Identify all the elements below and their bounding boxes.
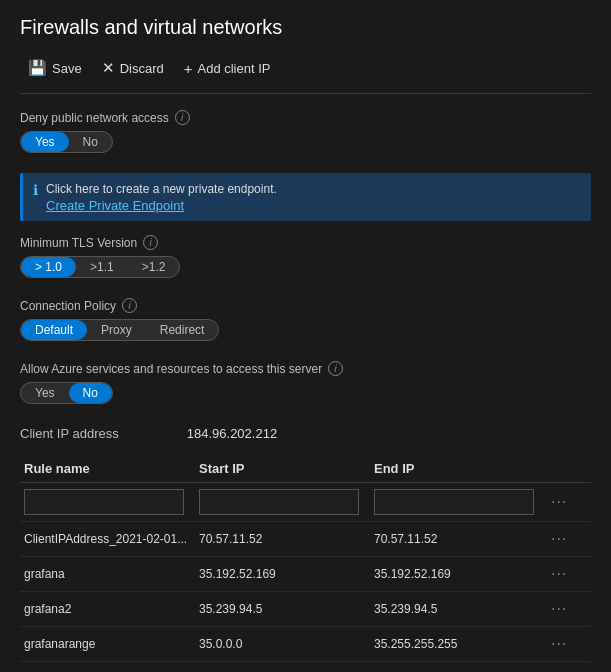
page-container: Firewalls and virtual networks 💾 Save ✕ … xyxy=(0,0,611,672)
toolbar: 💾 Save ✕ Discard + Add client IP xyxy=(20,55,591,94)
connection-policy-redirect-button[interactable]: Redirect xyxy=(146,320,219,340)
table-row: grafana2 35.239.94.5 35.239.94.5 ··· xyxy=(20,592,591,627)
add-client-ip-label: Add client IP xyxy=(197,61,270,76)
col-start-ip: Start IP xyxy=(195,461,370,476)
tls-toggle-group: > 1.0 >1.1 >1.2 xyxy=(20,256,180,278)
row-2-dots-button[interactable]: ··· xyxy=(545,598,573,620)
info-banner: ℹ Click here to create a new private end… xyxy=(20,173,591,221)
col-end-ip: End IP xyxy=(370,461,545,476)
new-row-dots-button[interactable]: ··· xyxy=(545,491,573,513)
end-ip-cell: 35.239.94.5 xyxy=(370,602,545,616)
tls-11-button[interactable]: >1.1 xyxy=(76,257,128,277)
create-private-endpoint-link[interactable]: Create Private Endpoint xyxy=(46,198,277,213)
allow-azure-toggle-group: Yes No xyxy=(20,382,113,404)
allow-azure-label: Allow Azure services and resources to ac… xyxy=(20,361,591,376)
connection-policy-label: Connection Policy i xyxy=(20,298,591,313)
table-new-rule-row: ··· xyxy=(20,483,591,522)
discard-label: Discard xyxy=(120,61,164,76)
info-banner-content: Click here to create a new private endpo… xyxy=(46,181,277,213)
row-1-dots-button[interactable]: ··· xyxy=(545,563,573,585)
start-ip-cell: 35.239.94.5 xyxy=(195,602,370,616)
discard-button[interactable]: ✕ Discard xyxy=(94,55,172,81)
col-actions xyxy=(545,461,585,476)
client-ip-row: Client IP address 184.96.202.212 xyxy=(20,426,591,441)
col-rule-name: Rule name xyxy=(20,461,195,476)
client-ip-label: Client IP address xyxy=(20,426,119,441)
new-end-ip-input[interactable] xyxy=(374,489,534,515)
tls-10-button[interactable]: > 1.0 xyxy=(21,257,76,277)
save-icon: 💾 xyxy=(28,59,47,77)
table-row: ClientIPAddress_2021-02-01... 70.57.11.5… xyxy=(20,522,591,557)
row-4-dots-button[interactable]: ··· xyxy=(545,668,573,672)
allow-azure-yes-button[interactable]: Yes xyxy=(21,383,69,403)
rule-name-cell: ClientIPAddress_2021-02-01... xyxy=(20,532,195,546)
end-ip-cell: 35.255.255.255 xyxy=(370,637,545,651)
row-0-dots-button[interactable]: ··· xyxy=(545,528,573,550)
table-row: grafana 35.192.52.169 35.192.52.169 ··· xyxy=(20,557,591,592)
new-rule-name-input[interactable] xyxy=(24,489,184,515)
rule-name-cell: grafana xyxy=(20,567,195,581)
rule-name-cell: grafanarange xyxy=(20,637,195,651)
connection-policy-info-icon[interactable]: i xyxy=(122,298,137,313)
allow-azure-no-button[interactable]: No xyxy=(69,383,112,403)
deny-public-no-button[interactable]: No xyxy=(69,132,112,152)
page-title: Firewalls and virtual networks xyxy=(20,16,591,39)
table-header-row: Rule name Start IP End IP xyxy=(20,455,591,483)
new-start-ip-input[interactable] xyxy=(199,489,359,515)
start-ip-cell: 35.192.52.169 xyxy=(195,567,370,581)
tls-label: Minimum TLS Version i xyxy=(20,235,591,250)
connection-policy-default-button[interactable]: Default xyxy=(21,320,87,340)
tls-12-button[interactable]: >1.2 xyxy=(128,257,180,277)
end-ip-cell: 70.57.11.52 xyxy=(370,532,545,546)
deny-public-label: Deny public network access i xyxy=(20,110,591,125)
info-banner-icon: ℹ xyxy=(33,182,38,198)
deny-public-toggle-group: Yes No xyxy=(20,131,113,153)
firewall-rules-table: Rule name Start IP End IP ··· ClientIPAd… xyxy=(20,455,591,672)
allow-azure-info-icon[interactable]: i xyxy=(328,361,343,376)
connection-policy-proxy-button[interactable]: Proxy xyxy=(87,320,146,340)
row-3-dots-button[interactable]: ··· xyxy=(545,633,573,655)
rule-name-cell: grafana2 xyxy=(20,602,195,616)
deny-public-info-icon[interactable]: i xyxy=(175,110,190,125)
start-ip-cell: 70.57.11.52 xyxy=(195,532,370,546)
add-icon: + xyxy=(184,60,193,77)
table-row: grafanarange2 34.0.0.0 34.255.255.255 ··… xyxy=(20,662,591,672)
connection-policy-toggle-group: Default Proxy Redirect xyxy=(20,319,219,341)
client-ip-value: 184.96.202.212 xyxy=(187,426,277,441)
deny-public-yes-button[interactable]: Yes xyxy=(21,132,69,152)
start-ip-cell: 35.0.0.0 xyxy=(195,637,370,651)
add-client-ip-button[interactable]: + Add client IP xyxy=(176,56,279,81)
save-button[interactable]: 💾 Save xyxy=(20,55,90,81)
info-banner-text: Click here to create a new private endpo… xyxy=(46,182,277,196)
tls-info-icon[interactable]: i xyxy=(143,235,158,250)
save-label: Save xyxy=(52,61,82,76)
table-row: grafanarange 35.0.0.0 35.255.255.255 ··· xyxy=(20,627,591,662)
end-ip-cell: 35.192.52.169 xyxy=(370,567,545,581)
discard-icon: ✕ xyxy=(102,59,115,77)
